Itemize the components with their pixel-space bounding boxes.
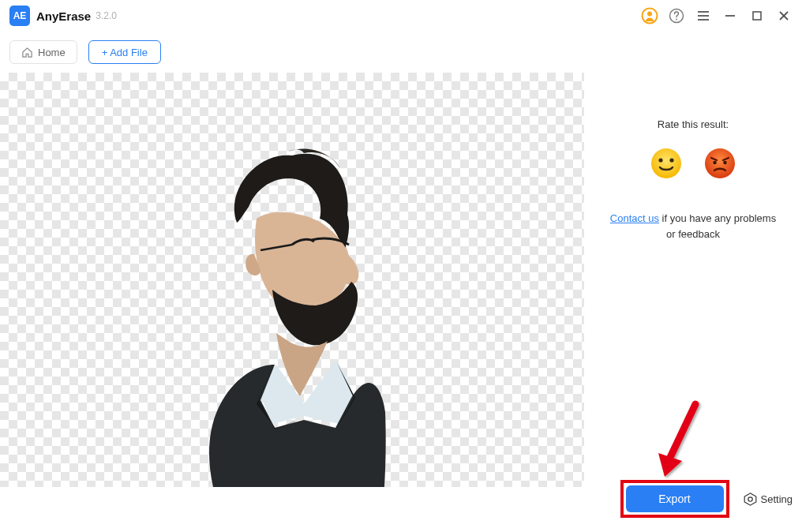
add-file-label: + Add File	[102, 47, 148, 58]
svg-point-16	[723, 161, 726, 164]
rating-row	[650, 148, 736, 179]
gear-icon	[744, 493, 757, 506]
close-icon[interactable]	[775, 7, 793, 24]
svg-point-11	[651, 148, 681, 178]
user-icon[interactable]	[641, 7, 658, 24]
svg-point-12	[658, 158, 662, 162]
result-image	[182, 136, 387, 487]
svg-point-1	[647, 12, 652, 17]
setting-label: Setting	[761, 493, 793, 505]
contact-link[interactable]: Contact us	[610, 212, 659, 224]
svg-point-3	[676, 19, 677, 21]
happy-emoji-icon[interactable]	[650, 148, 682, 179]
setting-button[interactable]: Setting	[744, 493, 793, 506]
feedback-rest: if you have any problems or feedback	[659, 212, 776, 240]
svg-point-15	[713, 161, 716, 164]
main-area: Rate this result:	[0, 73, 802, 532]
svg-marker-17	[744, 493, 756, 504]
export-highlight: Export	[620, 480, 729, 518]
maximize-icon[interactable]	[748, 7, 766, 24]
home-button[interactable]: Home	[9, 40, 77, 64]
add-file-button[interactable]: + Add File	[88, 40, 161, 64]
app-logo: AE	[9, 6, 30, 26]
feedback-text: Contact us if you have any problems or f…	[598, 211, 788, 242]
help-icon[interactable]	[668, 7, 685, 24]
window-controls	[641, 7, 793, 24]
svg-point-18	[748, 496, 751, 500]
angry-emoji-icon[interactable]	[704, 148, 736, 179]
home-label: Home	[38, 47, 66, 58]
svg-point-14	[705, 148, 735, 178]
app-name: AnyErase	[36, 9, 91, 23]
bottom-row: Export Setting	[584, 480, 802, 518]
sidebar: Rate this result:	[584, 73, 802, 532]
menu-icon[interactable]	[695, 7, 712, 24]
svg-rect-8	[753, 12, 761, 20]
title-bar: AE AnyErase 3.2.0	[0, 0, 802, 32]
image-canvas[interactable]	[0, 73, 584, 487]
app-version: 3.2.0	[96, 10, 117, 21]
minimize-icon[interactable]	[721, 7, 739, 24]
home-icon	[21, 47, 33, 58]
svg-point-13	[669, 158, 673, 162]
annotation-arrow-icon	[636, 396, 707, 491]
rate-title: Rate this result:	[658, 118, 729, 130]
export-button[interactable]: Export	[626, 485, 724, 512]
toolbar: Home + Add File	[0, 32, 802, 73]
